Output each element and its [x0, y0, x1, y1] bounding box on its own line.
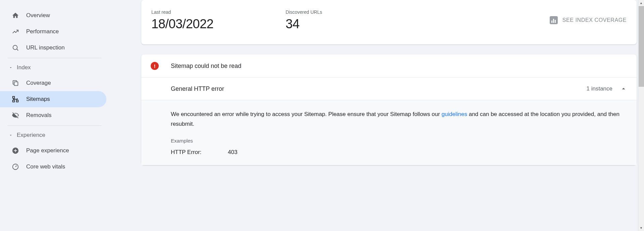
sidebar-item-performance[interactable]: Performance	[0, 24, 106, 40]
error-title: Sitemap could not be read	[171, 63, 241, 70]
stat-discovered-urls: Discovered URLs 34	[286, 9, 420, 31]
action-label: SEE INDEX COVERAGE	[562, 17, 627, 23]
divider	[7, 125, 102, 126]
main-content: Last read 18/03/2022 Discovered URLs 34 …	[109, 0, 644, 231]
sidebar-item-sitemaps[interactable]: Sitemaps	[0, 91, 106, 107]
error-subheader[interactable]: General HTTP error 1 instance	[141, 78, 637, 100]
sidebar-item-page-experience[interactable]: Page experience	[0, 143, 106, 159]
see-index-coverage-link[interactable]: SEE INDEX COVERAGE	[550, 16, 627, 24]
sidebar-item-label: Page experience	[26, 147, 69, 154]
sidebar-item-label: Core web vitals	[26, 163, 65, 170]
sidebar-item-label: Overview	[26, 12, 50, 19]
error-count: 1 instance	[587, 85, 613, 92]
chevron-up-icon	[620, 85, 627, 92]
sidebar-item-label: Removals	[26, 112, 52, 119]
sidebar-item-core-web-vitals[interactable]: Core web vitals	[0, 159, 106, 175]
sidebar-section-label: Experience	[17, 132, 45, 139]
error-body: We encountered an error while trying to …	[141, 100, 637, 165]
error-desc-prefix: We encountered an error while trying to …	[171, 111, 442, 117]
sidebar-section-label: Index	[17, 64, 31, 71]
svg-rect-2	[14, 82, 18, 85]
scrollbar-thumb[interactable]	[639, 6, 644, 87]
sidebar-item-coverage[interactable]: Coverage	[0, 75, 106, 91]
svg-rect-5	[13, 100, 15, 102]
home-icon	[11, 11, 19, 20]
svg-rect-3	[13, 97, 15, 99]
example-key: HTTP Error:	[171, 149, 228, 156]
guidelines-link[interactable]: guidelines	[442, 111, 467, 117]
divider	[7, 58, 102, 58]
error-card: ! Sitemap could not be read General HTTP…	[141, 54, 637, 165]
sidebar-item-removals[interactable]: Removals	[0, 107, 106, 123]
sitemap-icon	[11, 95, 19, 103]
stats-card: Last read 18/03/2022 Discovered URLs 34 …	[141, 0, 637, 44]
example-row: HTTP Error: 403	[171, 149, 627, 156]
svg-line-1	[17, 49, 18, 50]
visibility-off-icon	[11, 111, 19, 119]
sidebar-item-url-inspection[interactable]: URL inspection	[0, 40, 106, 56]
sidebar: Overview Performance URL inspection Inde…	[0, 0, 109, 231]
stat-last-read: Last read 18/03/2022	[151, 9, 286, 31]
sidebar-section-experience[interactable]: Experience	[0, 128, 109, 143]
stat-label: Discovered URLs	[286, 9, 420, 15]
trending-up-icon	[11, 28, 19, 36]
sidebar-item-overview[interactable]: Overview	[0, 7, 106, 24]
copy-icon	[11, 79, 19, 87]
bar-chart-icon	[550, 16, 558, 24]
example-value: 403	[228, 149, 237, 156]
scrollbar[interactable]: ▲ ▼	[638, 0, 644, 231]
stat-value: 18/03/2022	[151, 17, 286, 31]
svg-rect-4	[16, 100, 18, 102]
sidebar-item-label: URL inspection	[26, 44, 65, 51]
error-subtitle: General HTTP error	[171, 85, 224, 92]
sidebar-item-label: Performance	[26, 28, 59, 35]
scroll-up-arrow-icon[interactable]: ▲	[638, 0, 644, 6]
chevron-down-icon	[9, 133, 13, 137]
error-icon: !	[151, 62, 159, 70]
sidebar-item-label: Sitemaps	[26, 96, 50, 103]
svg-point-0	[13, 45, 17, 50]
plus-circle-icon	[11, 147, 19, 155]
examples-label: Examples	[171, 138, 627, 144]
error-description: We encountered an error while trying to …	[171, 110, 627, 129]
stat-label: Last read	[151, 9, 286, 15]
sidebar-section-index[interactable]: Index	[0, 60, 109, 75]
speedometer-icon	[11, 163, 19, 171]
scroll-down-arrow-icon[interactable]: ▼	[638, 225, 644, 231]
stat-value: 34	[286, 17, 420, 31]
search-icon	[11, 44, 19, 52]
chevron-down-icon	[9, 66, 13, 70]
sidebar-item-label: Coverage	[26, 80, 51, 86]
error-header: ! Sitemap could not be read	[141, 54, 637, 78]
